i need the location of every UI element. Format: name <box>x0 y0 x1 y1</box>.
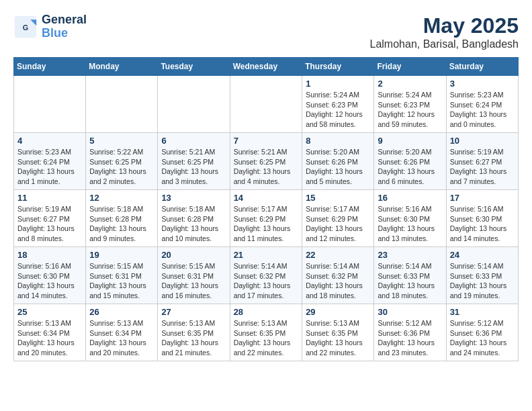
day-number: 21 <box>234 250 299 260</box>
day-info: Sunrise: 5:23 AM Sunset: 6:24 PM Dayligh… <box>17 147 82 187</box>
day-info: Sunrise: 5:21 AM Sunset: 6:25 PM Dayligh… <box>161 147 226 187</box>
calendar-cell: 27Sunrise: 5:13 AM Sunset: 6:35 PM Dayli… <box>158 304 230 361</box>
day-number: 16 <box>378 193 442 203</box>
weekday-header: Wednesday <box>230 58 302 76</box>
day-number: 6 <box>161 136 226 146</box>
day-info: Sunrise: 5:17 AM Sunset: 6:29 PM Dayligh… <box>234 204 299 244</box>
month-title: May 2025 <box>370 13 519 38</box>
day-number: 9 <box>378 136 442 146</box>
day-number: 10 <box>450 136 515 146</box>
weekday-header: Saturday <box>446 58 518 76</box>
svg-text:G: G <box>23 24 28 32</box>
day-number: 14 <box>234 193 299 203</box>
day-number: 8 <box>306 136 370 146</box>
day-info: Sunrise: 5:13 AM Sunset: 6:34 PM Dayligh… <box>17 318 82 358</box>
calendar-cell: 1Sunrise: 5:24 AM Sunset: 6:23 PM Daylig… <box>302 76 374 133</box>
day-number: 18 <box>17 250 82 260</box>
day-info: Sunrise: 5:22 AM Sunset: 6:25 PM Dayligh… <box>89 147 154 187</box>
day-info: Sunrise: 5:13 AM Sunset: 6:35 PM Dayligh… <box>234 318 299 358</box>
weekday-header: Friday <box>374 58 446 76</box>
day-number: 2 <box>378 79 442 89</box>
calendar-cell: 19Sunrise: 5:15 AM Sunset: 6:31 PM Dayli… <box>86 247 158 304</box>
calendar-cell: 3Sunrise: 5:23 AM Sunset: 6:24 PM Daylig… <box>446 76 518 133</box>
day-number: 25 <box>17 307 82 317</box>
calendar-cell: 10Sunrise: 5:19 AM Sunset: 6:27 PM Dayli… <box>446 133 518 190</box>
day-number: 15 <box>306 193 370 203</box>
weekday-header: Tuesday <box>158 58 230 76</box>
logo-text: General Blue <box>42 13 87 40</box>
day-info: Sunrise: 5:15 AM Sunset: 6:31 PM Dayligh… <box>89 261 154 301</box>
calendar-cell: 13Sunrise: 5:18 AM Sunset: 6:28 PM Dayli… <box>158 190 230 247</box>
calendar-cell: 14Sunrise: 5:17 AM Sunset: 6:29 PM Dayli… <box>230 190 302 247</box>
day-info: Sunrise: 5:13 AM Sunset: 6:35 PM Dayligh… <box>161 318 226 358</box>
calendar-cell: 31Sunrise: 5:12 AM Sunset: 6:36 PM Dayli… <box>446 304 518 361</box>
calendar-cell: 2Sunrise: 5:24 AM Sunset: 6:23 PM Daylig… <box>374 76 446 133</box>
calendar-cell: 15Sunrise: 5:17 AM Sunset: 6:29 PM Dayli… <box>302 190 374 247</box>
title-block: May 2025 Lalmohan, Barisal, Bangladesh <box>370 13 519 50</box>
calendar-cell: 4Sunrise: 5:23 AM Sunset: 6:24 PM Daylig… <box>14 133 86 190</box>
day-number: 24 <box>450 250 515 260</box>
calendar-cell: 26Sunrise: 5:13 AM Sunset: 6:34 PM Dayli… <box>86 304 158 361</box>
weekday-header-row: SundayMondayTuesdayWednesdayThursdayFrid… <box>14 58 519 76</box>
calendar-cell: 5Sunrise: 5:22 AM Sunset: 6:25 PM Daylig… <box>86 133 158 190</box>
calendar-cell: 23Sunrise: 5:14 AM Sunset: 6:33 PM Dayli… <box>374 247 446 304</box>
calendar-cell: 11Sunrise: 5:19 AM Sunset: 6:27 PM Dayli… <box>14 190 86 247</box>
day-info: Sunrise: 5:12 AM Sunset: 6:36 PM Dayligh… <box>378 318 442 358</box>
day-info: Sunrise: 5:16 AM Sunset: 6:30 PM Dayligh… <box>450 204 515 244</box>
calendar-cell: 20Sunrise: 5:15 AM Sunset: 6:31 PM Dayli… <box>158 247 230 304</box>
calendar-cell <box>14 76 86 133</box>
day-number: 12 <box>89 193 154 203</box>
day-info: Sunrise: 5:19 AM Sunset: 6:27 PM Dayligh… <box>17 204 82 244</box>
day-info: Sunrise: 5:14 AM Sunset: 6:33 PM Dayligh… <box>378 261 442 301</box>
day-number: 13 <box>161 193 226 203</box>
day-info: Sunrise: 5:19 AM Sunset: 6:27 PM Dayligh… <box>450 147 515 187</box>
day-number: 1 <box>306 79 370 89</box>
day-number: 28 <box>234 307 299 317</box>
day-number: 4 <box>17 136 82 146</box>
weekday-header: Thursday <box>302 58 374 76</box>
calendar-cell: 24Sunrise: 5:14 AM Sunset: 6:33 PM Dayli… <box>446 247 518 304</box>
calendar-cell: 28Sunrise: 5:13 AM Sunset: 6:35 PM Dayli… <box>230 304 302 361</box>
day-number: 22 <box>306 250 370 260</box>
day-number: 31 <box>450 307 515 317</box>
calendar-cell <box>158 76 230 133</box>
logo: G General Blue <box>13 13 87 40</box>
day-info: Sunrise: 5:15 AM Sunset: 6:31 PM Dayligh… <box>161 261 226 301</box>
day-number: 23 <box>378 250 442 260</box>
day-info: Sunrise: 5:13 AM Sunset: 6:35 PM Dayligh… <box>306 318 370 358</box>
day-number: 29 <box>306 307 370 317</box>
calendar-cell: 22Sunrise: 5:14 AM Sunset: 6:32 PM Dayli… <box>302 247 374 304</box>
day-info: Sunrise: 5:12 AM Sunset: 6:36 PM Dayligh… <box>450 318 515 358</box>
day-info: Sunrise: 5:20 AM Sunset: 6:26 PM Dayligh… <box>378 147 442 187</box>
day-info: Sunrise: 5:14 AM Sunset: 6:32 PM Dayligh… <box>234 261 299 301</box>
day-number: 5 <box>89 136 154 146</box>
day-info: Sunrise: 5:18 AM Sunset: 6:28 PM Dayligh… <box>161 204 226 244</box>
day-number: 26 <box>89 307 154 317</box>
day-number: 11 <box>17 193 82 203</box>
calendar-cell: 16Sunrise: 5:16 AM Sunset: 6:30 PM Dayli… <box>374 190 446 247</box>
day-info: Sunrise: 5:20 AM Sunset: 6:26 PM Dayligh… <box>306 147 370 187</box>
day-number: 27 <box>161 307 226 317</box>
day-number: 19 <box>89 250 154 260</box>
day-info: Sunrise: 5:23 AM Sunset: 6:24 PM Dayligh… <box>450 90 515 130</box>
logo-icon: G <box>13 15 38 39</box>
calendar-cell: 21Sunrise: 5:14 AM Sunset: 6:32 PM Dayli… <box>230 247 302 304</box>
day-number: 3 <box>450 79 515 89</box>
calendar-cell: 18Sunrise: 5:16 AM Sunset: 6:30 PM Dayli… <box>14 247 86 304</box>
week-row: 11Sunrise: 5:19 AM Sunset: 6:27 PM Dayli… <box>14 190 519 247</box>
calendar-cell: 29Sunrise: 5:13 AM Sunset: 6:35 PM Dayli… <box>302 304 374 361</box>
calendar-cell <box>230 76 302 133</box>
calendar-cell <box>86 76 158 133</box>
calendar-cell: 7Sunrise: 5:21 AM Sunset: 6:25 PM Daylig… <box>230 133 302 190</box>
calendar-cell: 8Sunrise: 5:20 AM Sunset: 6:26 PM Daylig… <box>302 133 374 190</box>
day-info: Sunrise: 5:14 AM Sunset: 6:32 PM Dayligh… <box>306 261 370 301</box>
calendar-cell: 12Sunrise: 5:18 AM Sunset: 6:28 PM Dayli… <box>86 190 158 247</box>
day-info: Sunrise: 5:14 AM Sunset: 6:33 PM Dayligh… <box>450 261 515 301</box>
calendar-table: SundayMondayTuesdayWednesdayThursdayFrid… <box>13 57 519 361</box>
week-row: 25Sunrise: 5:13 AM Sunset: 6:34 PM Dayli… <box>14 304 519 361</box>
week-row: 1Sunrise: 5:24 AM Sunset: 6:23 PM Daylig… <box>14 76 519 133</box>
week-row: 18Sunrise: 5:16 AM Sunset: 6:30 PM Dayli… <box>14 247 519 304</box>
location-title: Lalmohan, Barisal, Bangladesh <box>370 38 519 50</box>
calendar-cell: 6Sunrise: 5:21 AM Sunset: 6:25 PM Daylig… <box>158 133 230 190</box>
calendar-cell: 30Sunrise: 5:12 AM Sunset: 6:36 PM Dayli… <box>374 304 446 361</box>
